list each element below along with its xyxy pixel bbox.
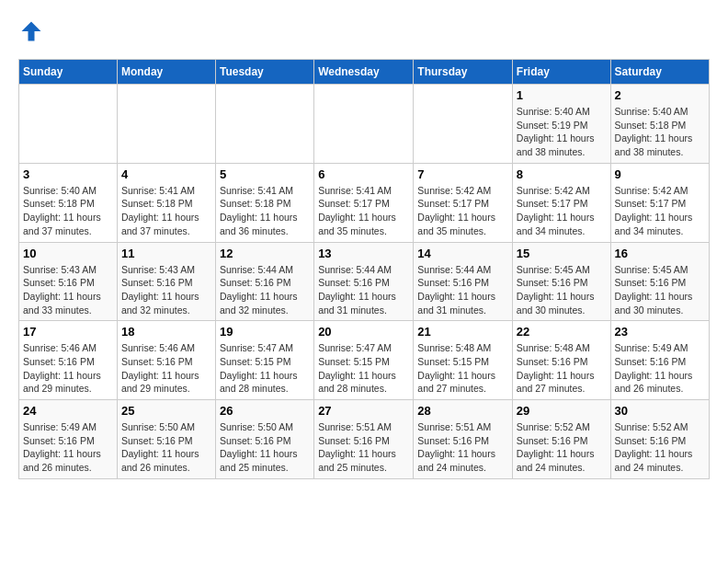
- calendar-cell: 13Sunrise: 5:44 AMSunset: 5:16 PMDayligh…: [314, 242, 414, 321]
- calendar-table: SundayMondayTuesdayWednesdayThursdayFrid…: [18, 59, 710, 479]
- calendar-cell: 2Sunrise: 5:40 AMSunset: 5:18 PMDaylight…: [610, 85, 709, 164]
- day-info: Sunrise: 5:45 AMSunset: 5:16 PMDaylight:…: [517, 263, 607, 317]
- calendar-cell: 6Sunrise: 5:41 AMSunset: 5:17 PMDaylight…: [314, 163, 414, 242]
- day-number: 14: [417, 247, 508, 260]
- calendar-week-row: 3Sunrise: 5:40 AMSunset: 5:18 PMDaylight…: [19, 163, 710, 242]
- day-number: 20: [318, 325, 409, 339]
- calendar-cell: 7Sunrise: 5:42 AMSunset: 5:17 PMDaylight…: [414, 163, 513, 242]
- day-info: Sunrise: 5:52 AMSunset: 5:16 PMDaylight:…: [517, 420, 607, 475]
- day-number: 17: [23, 325, 113, 339]
- day-info: Sunrise: 5:46 AMSunset: 5:16 PMDaylight:…: [23, 341, 113, 396]
- day-info: Sunrise: 5:41 AMSunset: 5:17 PMDaylight:…: [318, 184, 409, 238]
- calendar-cell: 10Sunrise: 5:43 AMSunset: 5:16 PMDayligh…: [19, 242, 118, 321]
- calendar-cell: 14Sunrise: 5:44 AMSunset: 5:16 PMDayligh…: [414, 242, 513, 321]
- day-info: Sunrise: 5:52 AMSunset: 5:16 PMDaylight:…: [615, 420, 705, 475]
- calendar-cell: 21Sunrise: 5:48 AMSunset: 5:15 PMDayligh…: [414, 321, 513, 400]
- weekday-header-thursday: Thursday: [414, 60, 513, 85]
- calendar-week-row: 1Sunrise: 5:40 AMSunset: 5:19 PMDaylight…: [19, 85, 710, 164]
- calendar-cell: 20Sunrise: 5:47 AMSunset: 5:15 PMDayligh…: [314, 321, 414, 400]
- calendar-header-row: SundayMondayTuesdayWednesdayThursdayFrid…: [19, 60, 710, 85]
- day-number: 13: [318, 247, 409, 260]
- day-number: 16: [615, 247, 705, 260]
- day-number: 12: [220, 247, 310, 260]
- day-info: Sunrise: 5:51 AMSunset: 5:16 PMDaylight:…: [417, 420, 508, 475]
- day-number: 22: [517, 325, 607, 339]
- day-info: Sunrise: 5:40 AMSunset: 5:18 PMDaylight:…: [23, 184, 113, 238]
- calendar-cell: 26Sunrise: 5:50 AMSunset: 5:16 PMDayligh…: [215, 400, 313, 479]
- weekday-header-monday: Monday: [117, 60, 215, 85]
- calendar-cell: 16Sunrise: 5:45 AMSunset: 5:16 PMDayligh…: [610, 242, 709, 321]
- day-number: 21: [417, 325, 508, 339]
- day-info: Sunrise: 5:48 AMSunset: 5:15 PMDaylight:…: [417, 341, 508, 396]
- calendar-cell: 24Sunrise: 5:49 AMSunset: 5:16 PMDayligh…: [19, 400, 118, 479]
- day-info: Sunrise: 5:49 AMSunset: 5:16 PMDaylight:…: [23, 420, 113, 475]
- calendar-cell: 25Sunrise: 5:50 AMSunset: 5:16 PMDayligh…: [117, 400, 215, 479]
- calendar-cell: 12Sunrise: 5:44 AMSunset: 5:16 PMDayligh…: [215, 242, 313, 321]
- calendar-cell: 9Sunrise: 5:42 AMSunset: 5:17 PMDaylight…: [610, 163, 709, 242]
- calendar-cell: 27Sunrise: 5:51 AMSunset: 5:16 PMDayligh…: [314, 400, 414, 479]
- day-number: 30: [615, 404, 705, 418]
- calendar-cell: 30Sunrise: 5:52 AMSunset: 5:16 PMDayligh…: [610, 400, 709, 479]
- day-info: Sunrise: 5:47 AMSunset: 5:15 PMDaylight:…: [220, 341, 310, 396]
- day-info: Sunrise: 5:43 AMSunset: 5:16 PMDaylight:…: [121, 263, 211, 317]
- calendar-cell: [117, 85, 215, 164]
- day-number: 1: [517, 88, 607, 102]
- day-number: 23: [615, 325, 705, 339]
- day-number: 9: [615, 167, 705, 181]
- calendar-cell: 23Sunrise: 5:49 AMSunset: 5:16 PMDayligh…: [610, 321, 709, 400]
- day-info: Sunrise: 5:41 AMSunset: 5:18 PMDaylight:…: [220, 184, 310, 238]
- day-number: 15: [517, 247, 607, 260]
- calendar-cell: [314, 85, 414, 164]
- weekday-header-saturday: Saturday: [610, 60, 709, 85]
- day-number: 25: [121, 404, 211, 418]
- day-number: 29: [517, 404, 607, 418]
- day-info: Sunrise: 5:45 AMSunset: 5:16 PMDaylight:…: [615, 263, 705, 317]
- calendar-cell: [215, 85, 313, 164]
- day-number: 26: [220, 404, 310, 418]
- calendar-cell: 3Sunrise: 5:40 AMSunset: 5:18 PMDaylight…: [19, 163, 118, 242]
- day-number: 18: [121, 325, 211, 339]
- calendar-cell: 8Sunrise: 5:42 AMSunset: 5:17 PMDaylight…: [512, 163, 610, 242]
- logo-icon: [18, 18, 44, 44]
- day-info: Sunrise: 5:42 AMSunset: 5:17 PMDaylight:…: [517, 184, 607, 238]
- calendar-week-row: 24Sunrise: 5:49 AMSunset: 5:16 PMDayligh…: [19, 400, 710, 479]
- day-info: Sunrise: 5:47 AMSunset: 5:15 PMDaylight:…: [318, 341, 409, 396]
- calendar-cell: 11Sunrise: 5:43 AMSunset: 5:16 PMDayligh…: [117, 242, 215, 321]
- weekday-header-friday: Friday: [512, 60, 610, 85]
- calendar-cell: 15Sunrise: 5:45 AMSunset: 5:16 PMDayligh…: [512, 242, 610, 321]
- calendar-week-row: 10Sunrise: 5:43 AMSunset: 5:16 PMDayligh…: [19, 242, 710, 321]
- weekday-header-sunday: Sunday: [19, 60, 118, 85]
- day-number: 24: [23, 404, 113, 418]
- calendar-cell: 18Sunrise: 5:46 AMSunset: 5:16 PMDayligh…: [117, 321, 215, 400]
- day-number: 4: [121, 167, 211, 181]
- weekday-header-wednesday: Wednesday: [314, 60, 414, 85]
- calendar-week-row: 17Sunrise: 5:46 AMSunset: 5:16 PMDayligh…: [19, 321, 710, 400]
- day-number: 3: [23, 167, 113, 181]
- logo: [18, 18, 48, 44]
- day-info: Sunrise: 5:42 AMSunset: 5:17 PMDaylight:…: [417, 184, 508, 238]
- weekday-header-tuesday: Tuesday: [215, 60, 313, 85]
- day-info: Sunrise: 5:51 AMSunset: 5:16 PMDaylight:…: [318, 420, 409, 475]
- day-number: 6: [318, 167, 409, 181]
- day-info: Sunrise: 5:43 AMSunset: 5:16 PMDaylight:…: [23, 263, 113, 317]
- day-number: 10: [23, 247, 113, 260]
- day-number: 19: [220, 325, 310, 339]
- calendar-cell: 17Sunrise: 5:46 AMSunset: 5:16 PMDayligh…: [19, 321, 118, 400]
- calendar-cell: 4Sunrise: 5:41 AMSunset: 5:18 PMDaylight…: [117, 163, 215, 242]
- day-number: 27: [318, 404, 409, 418]
- day-info: Sunrise: 5:40 AMSunset: 5:18 PMDaylight:…: [615, 105, 705, 159]
- day-number: 2: [615, 88, 705, 102]
- day-number: 7: [417, 167, 508, 181]
- calendar-cell: [414, 85, 513, 164]
- calendar-cell: 22Sunrise: 5:48 AMSunset: 5:16 PMDayligh…: [512, 321, 610, 400]
- calendar-cell: 28Sunrise: 5:51 AMSunset: 5:16 PMDayligh…: [414, 400, 513, 479]
- calendar-cell: 19Sunrise: 5:47 AMSunset: 5:15 PMDayligh…: [215, 321, 313, 400]
- day-info: Sunrise: 5:44 AMSunset: 5:16 PMDaylight:…: [220, 263, 310, 317]
- day-info: Sunrise: 5:48 AMSunset: 5:16 PMDaylight:…: [517, 341, 607, 396]
- calendar-cell: 29Sunrise: 5:52 AMSunset: 5:16 PMDayligh…: [512, 400, 610, 479]
- day-number: 28: [417, 404, 508, 418]
- day-info: Sunrise: 5:44 AMSunset: 5:16 PMDaylight:…: [417, 263, 508, 317]
- day-info: Sunrise: 5:41 AMSunset: 5:18 PMDaylight:…: [121, 184, 211, 238]
- day-info: Sunrise: 5:44 AMSunset: 5:16 PMDaylight:…: [318, 263, 409, 317]
- day-info: Sunrise: 5:42 AMSunset: 5:17 PMDaylight:…: [615, 184, 705, 238]
